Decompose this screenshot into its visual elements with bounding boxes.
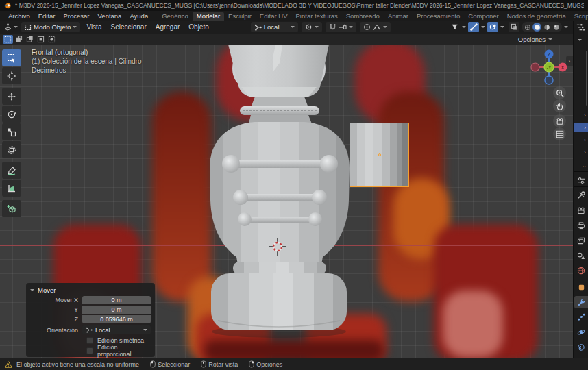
tab-tool-properties[interactable]	[574, 189, 588, 201]
tab-render-properties[interactable]	[574, 204, 588, 217]
selected-object[interactable]	[350, 123, 409, 187]
topbar: Archivo Editar Procesar Ventana Ayuda Ge…	[0, 11, 588, 21]
select-mode-invert-button[interactable]	[36, 35, 46, 44]
outliner-scrollbar[interactable]	[586, 51, 587, 106]
gizmo-z-label: Z	[548, 51, 551, 58]
editor-type-button[interactable]	[3, 23, 18, 32]
gizmo-axis-z-neg[interactable]	[545, 76, 553, 84]
menu-ventana[interactable]: Ventana	[94, 12, 126, 20]
tool-cursor[interactable]	[2, 67, 21, 84]
select-mode-intersect-button[interactable]	[47, 35, 57, 44]
select-mode-subtract-button[interactable]	[25, 35, 35, 44]
gizmo-axis-x-neg[interactable]	[531, 63, 539, 71]
object-origin-dot	[378, 153, 381, 156]
tool-annotate[interactable]	[2, 162, 21, 179]
sidebar-toggle[interactable]: ‹	[566, 56, 573, 66]
tab-sombreado[interactable]: Sombreado	[342, 12, 384, 21]
tool-measure[interactable]	[2, 180, 21, 197]
mover-panel-header[interactable]: Mover	[30, 285, 151, 295]
menu-editar[interactable]: Editar	[34, 12, 60, 20]
tab-scripts[interactable]: Scripts	[570, 12, 588, 21]
show-gizmos-toggle[interactable]	[468, 22, 479, 32]
tab-generico[interactable]: Genérico	[158, 12, 193, 21]
tool-transform[interactable]	[2, 141, 21, 158]
pivot-point-dropdown[interactable]	[302, 22, 322, 32]
menu-archivo[interactable]: Archivo	[4, 12, 34, 20]
camera-view-button[interactable]	[553, 114, 566, 127]
proportional-editing-controls[interactable]	[360, 22, 391, 32]
tab-procesamiento[interactable]: Procesamiento	[413, 12, 464, 21]
tab-view-layer-properties[interactable]	[574, 234, 588, 247]
hint-options-label: Opciones	[256, 361, 282, 368]
mover-x-field[interactable]: 0 m	[82, 296, 151, 304]
menu-procesar[interactable]: Procesar	[60, 12, 94, 20]
shading-material-button[interactable]	[542, 23, 551, 32]
outliner-row[interactable]: ›	[574, 148, 588, 157]
tab-physics-properties[interactable]	[574, 326, 588, 338]
tool-scale[interactable]	[2, 123, 21, 140]
tab-particle-properties[interactable]	[574, 311, 588, 323]
options-dropdown[interactable]: Opciones	[518, 36, 570, 43]
status-bar: El objeto activo tiene una escala no uni…	[0, 358, 588, 370]
xray-toggle[interactable]	[509, 22, 519, 32]
outliner-icon	[576, 23, 585, 32]
tab-esculpir[interactable]: Esculpir	[224, 12, 256, 21]
select-mode-new-button[interactable]	[3, 35, 13, 44]
orientation-select[interactable]: Local	[82, 325, 151, 334]
tool-select-box[interactable]	[2, 49, 21, 66]
mover-z-field[interactable]: 0.059646 m	[82, 315, 151, 323]
3d-viewport[interactable]: Frontal (ortogonal) (1) Colección de la …	[0, 45, 573, 358]
outliner-editor-button[interactable]	[576, 23, 585, 44]
tool-settings-bar: Opciones	[0, 34, 573, 45]
tab-output-properties[interactable]	[574, 219, 588, 232]
transform-orientation-dropdown[interactable]: Local	[251, 22, 298, 32]
outliner-row-selected[interactable]: ›	[574, 123, 588, 132]
tab-world-properties[interactable]	[574, 264, 588, 277]
tool-add-primitive[interactable]	[2, 200, 21, 217]
tab-object-properties[interactable]	[574, 281, 588, 293]
magnet-icon	[329, 23, 336, 31]
outliner-row[interactable]: ›	[574, 111, 588, 120]
shading-wireframe-button[interactable]	[523, 23, 532, 32]
navigation-gizmo[interactable]: Z X -Y	[530, 48, 568, 86]
tab-modelar[interactable]: Modelar	[193, 12, 224, 21]
show-overlays-toggle[interactable]	[487, 22, 498, 32]
tool-move[interactable]	[2, 88, 21, 105]
pan-button[interactable]	[553, 99, 566, 112]
select-mode-extend-button[interactable]	[14, 35, 24, 44]
outliner-row[interactable]: ‥	[574, 160, 588, 169]
tab-animar[interactable]: Animar	[384, 12, 413, 21]
object-mode-icon	[25, 24, 32, 31]
mover-y-field[interactable]: 0 m	[82, 306, 151, 314]
tool-rotate[interactable]	[2, 106, 21, 123]
shading-rendered-button[interactable]	[552, 23, 561, 32]
snap-controls[interactable]	[326, 22, 356, 32]
model-collar	[240, 106, 319, 115]
window-title: * M3DV 2026-15_Jennifer Lopez Vanegas_CA…	[15, 2, 584, 9]
pivot-icon	[305, 23, 313, 31]
tab-modifier-properties[interactable]	[574, 296, 588, 308]
mode-selector[interactable]: Modo Objeto	[21, 22, 80, 32]
menu-vista[interactable]: Vista	[84, 23, 104, 31]
filter-button[interactable]	[449, 22, 460, 32]
tab-scene-properties[interactable]	[574, 249, 588, 262]
tab-nodos-geometria[interactable]: Nodos de geometría	[503, 12, 570, 21]
tab-editar-uv[interactable]: Editar UV	[256, 12, 292, 21]
hint-select-label: Seleccionar	[158, 361, 190, 368]
menu-agregar[interactable]: Agregar	[153, 23, 183, 31]
menu-ayuda[interactable]: Ayuda	[125, 12, 152, 20]
menu-objeto[interactable]: Objeto	[186, 23, 211, 31]
orientation-axes-icon	[254, 24, 262, 31]
zoom-button[interactable]	[553, 86, 566, 99]
tab-componer[interactable]: Componer	[464, 12, 502, 21]
menu-seleccionar[interactable]: Seleccionar	[108, 23, 149, 31]
tab-pintar-texturas[interactable]: Pintar texturas	[292, 12, 342, 21]
tab-fluid-properties[interactable]	[574, 341, 588, 354]
perspective-toggle-button[interactable]	[553, 127, 566, 140]
outliner-row[interactable]: ›	[574, 136, 588, 145]
proportional-edit-checkbox[interactable]	[86, 347, 93, 354]
properties-editor-button[interactable]	[574, 174, 588, 186]
blender-logo-icon	[4, 2, 11, 10]
shading-solid-button[interactable]	[532, 23, 541, 32]
symmetric-edit-checkbox[interactable]	[86, 337, 93, 344]
